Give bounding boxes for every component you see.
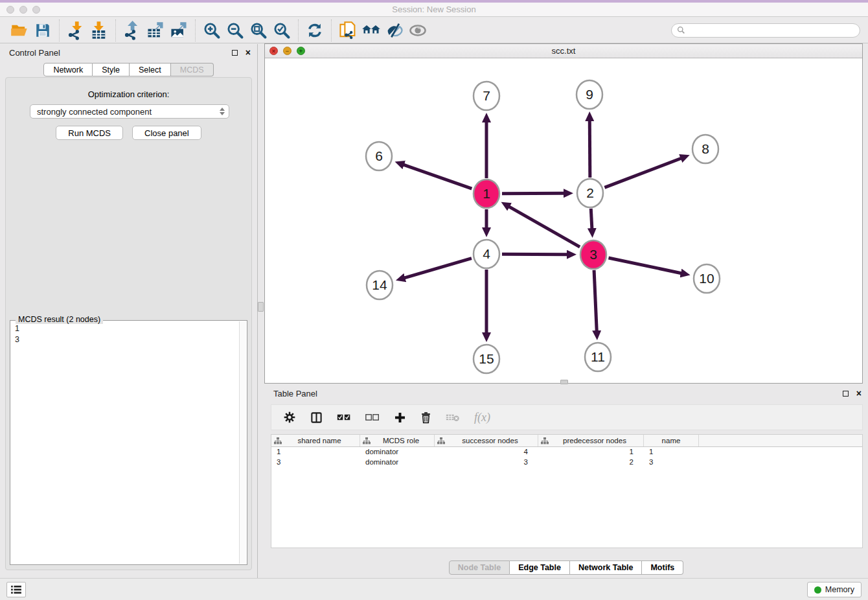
table-cell[interactable]: 3 xyxy=(435,457,538,468)
table-cell[interactable]: dominator xyxy=(360,457,435,468)
save-session-icon[interactable] xyxy=(31,19,54,41)
control-panel-tabs: Network Style Select MCDS xyxy=(0,63,257,76)
graph-edge-3-10[interactable] xyxy=(608,258,681,273)
refresh-layout-icon[interactable] xyxy=(303,19,326,41)
table-cell[interactable]: 3 xyxy=(271,457,360,468)
export-table-icon[interactable] xyxy=(144,19,167,41)
graph-edge-2-9[interactable] xyxy=(589,121,590,178)
mcds-panel: Optimization criterion: strongly connect… xyxy=(5,77,252,570)
close-panel-button[interactable]: Close panel xyxy=(132,126,201,140)
graph-node-2[interactable]: 2 xyxy=(577,179,603,207)
graph-edge-2-3[interactable] xyxy=(591,209,592,229)
network-view-title: scc.txt xyxy=(265,46,862,56)
new-network-from-selection-icon[interactable] xyxy=(336,19,360,41)
show-hide-panels-icon[interactable] xyxy=(406,19,429,41)
table-cell[interactable]: dominator xyxy=(360,447,435,457)
svg-text:3: 3 xyxy=(589,247,597,262)
float-panel-icon[interactable] xyxy=(232,50,238,56)
graph-node-7[interactable]: 7 xyxy=(474,82,499,110)
toolbar-separator xyxy=(59,19,60,41)
close-table-panel-icon[interactable]: × xyxy=(856,389,862,398)
zoom-fit-icon[interactable] xyxy=(247,19,270,41)
tab-mcds[interactable]: MCDS xyxy=(171,63,214,76)
table-row[interactable]: 1dominator411 xyxy=(271,447,862,457)
network-window-titlebar[interactable]: × − + scc.txt xyxy=(265,44,862,58)
result-scrollbar[interactable] xyxy=(239,321,246,564)
optimization-select[interactable]: strongly connected component xyxy=(30,104,229,119)
graph-node-6[interactable]: 6 xyxy=(366,142,392,170)
tab-edge-table[interactable]: Edge Table xyxy=(510,560,570,575)
task-history-button[interactable] xyxy=(6,582,26,597)
graph-node-1[interactable]: 1 xyxy=(474,179,499,208)
zoom-in-icon[interactable] xyxy=(200,19,223,41)
column-header-mcds-role[interactable]: MCDS role xyxy=(360,435,435,446)
column-header-successor-nodes[interactable]: successor nodes xyxy=(435,435,538,446)
import-table-icon[interactable] xyxy=(87,19,111,41)
mcds-result-line: 3 xyxy=(15,334,238,345)
column-header-shared-name[interactable]: shared name xyxy=(271,435,360,446)
column-header-name[interactable]: name xyxy=(644,435,699,446)
mcds-result-list[interactable]: 13 xyxy=(15,323,238,563)
graph-node-9[interactable]: 9 xyxy=(577,80,602,109)
vertical-splitter-handle[interactable] xyxy=(258,302,264,312)
float-table-panel-icon[interactable] xyxy=(843,391,849,397)
search-input[interactable] xyxy=(689,26,854,35)
svg-text:14: 14 xyxy=(372,277,387,292)
export-image-icon[interactable] xyxy=(167,19,190,41)
horizontal-splitter-handle[interactable] xyxy=(560,380,568,384)
delete-column-icon[interactable] xyxy=(420,411,431,424)
deselect-all-icon[interactable] xyxy=(365,413,380,422)
toggle-graphics-details-icon[interactable] xyxy=(383,19,406,41)
memory-button[interactable]: Memory xyxy=(807,582,862,597)
network-graph[interactable]: 1234678910111415 xyxy=(265,58,862,383)
add-column-icon[interactable] xyxy=(394,411,406,424)
graph-node-15[interactable]: 15 xyxy=(474,345,499,373)
zoom-selected-icon[interactable] xyxy=(270,19,293,41)
graph-node-8[interactable]: 8 xyxy=(692,135,718,163)
svg-text:9: 9 xyxy=(586,87,593,102)
column-header-predecessor-nodes[interactable]: predecessor nodes xyxy=(538,435,644,446)
table-cell[interactable]: 1 xyxy=(644,447,699,457)
tab-style[interactable]: Style xyxy=(93,63,130,76)
network-canvas[interactable]: 1234678910111415 xyxy=(265,58,862,383)
svg-text:8: 8 xyxy=(702,141,709,156)
tab-network-table[interactable]: Network Table xyxy=(570,560,643,575)
table-cell[interactable]: 1 xyxy=(271,447,360,457)
zoom-out-icon[interactable] xyxy=(223,19,247,41)
graph-edge-3-1[interactable] xyxy=(509,207,580,247)
table-settings-icon[interactable] xyxy=(283,411,296,424)
graph-node-4[interactable]: 4 xyxy=(474,240,499,268)
graph-node-14[interactable]: 14 xyxy=(367,271,393,299)
graph-edge-4-14[interactable] xyxy=(404,259,472,278)
graph-node-10[interactable]: 10 xyxy=(694,264,720,293)
graph-node-11[interactable]: 11 xyxy=(585,343,611,371)
task-list-icon xyxy=(11,585,21,594)
export-network-icon[interactable] xyxy=(120,19,144,41)
table-cell[interactable]: 3 xyxy=(644,457,699,468)
select-all-icon[interactable] xyxy=(337,413,351,422)
search-box[interactable] xyxy=(671,23,860,38)
graph-edge-3-11[interactable] xyxy=(594,270,597,331)
graph-edge-1-2[interactable] xyxy=(502,193,564,194)
tab-motifs[interactable]: Motifs xyxy=(642,560,683,575)
close-panel-icon[interactable]: × xyxy=(246,48,251,57)
table-row[interactable]: 3dominator323 xyxy=(271,457,862,468)
tree-icon xyxy=(541,437,549,444)
mcds-result-line: 1 xyxy=(15,323,238,334)
table-cell[interactable]: 2 xyxy=(538,457,644,468)
graph-edge-4-3[interactable] xyxy=(502,254,567,255)
import-network-icon[interactable] xyxy=(64,19,87,41)
table-cell[interactable]: 1 xyxy=(538,447,644,457)
run-mcds-button[interactable]: Run MCDS xyxy=(56,126,123,140)
function-builder-icon: f(x) xyxy=(474,411,490,424)
tab-select[interactable]: Select xyxy=(130,63,171,76)
show-columns-icon[interactable] xyxy=(310,411,323,424)
table-cell[interactable]: 4 xyxy=(435,447,538,457)
tab-node-table[interactable]: Node Table xyxy=(449,560,510,575)
graph-edge-2-8[interactable] xyxy=(604,158,681,187)
tab-network[interactable]: Network xyxy=(43,63,93,76)
network-overview-icon[interactable] xyxy=(360,19,383,41)
graph-node-3[interactable]: 3 xyxy=(580,240,606,269)
open-file-icon[interactable] xyxy=(8,19,31,41)
graph-edge-1-6[interactable] xyxy=(404,165,472,189)
